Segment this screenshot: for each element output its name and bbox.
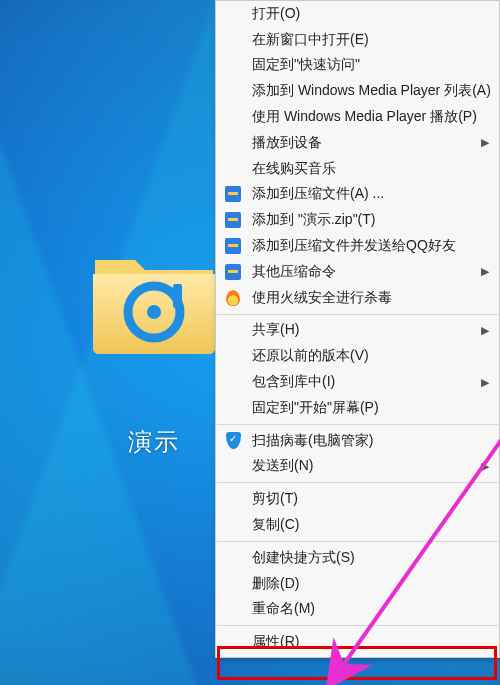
fire-icon [226,290,240,306]
menu-separator [217,424,498,425]
menu-item[interactable]: 添加到 "演示.zip"(T) [216,207,499,233]
menu-item-icon-slot [222,373,244,391]
menu-item[interactable]: 创建快捷方式(S) [216,545,499,571]
archive-icon [225,264,241,280]
menu-item-label: 使用 Windows Media Player 播放(P) [252,108,479,126]
menu-item-icon-slot [222,575,244,593]
menu-item[interactable]: 添加到 Windows Media Player 列表(A) [216,78,499,104]
menu-item-label: 还原以前的版本(V) [252,347,479,365]
menu-item-icon-slot [222,457,244,475]
menu-item-label: 播放到设备 [252,134,479,152]
menu-item-icon-slot [222,263,244,281]
shield-icon [226,432,241,449]
menu-item-icon-slot [222,108,244,126]
menu-item-icon-slot [222,134,244,152]
menu-item-label: 添加到 "演示.zip"(T) [252,211,479,229]
menu-item-icon-slot [222,31,244,49]
desktop-folder-label: 演示 [84,426,224,458]
menu-item[interactable]: 在线购买音乐 [216,156,499,182]
submenu-arrow-icon: ▶ [479,460,489,473]
menu-separator [217,314,498,315]
context-menu: 打开(O)在新窗口中打开(E)固定到"快速访问"添加到 Windows Medi… [215,0,500,658]
menu-item[interactable]: 复制(C) [216,512,499,538]
menu-item-icon-slot [222,5,244,23]
menu-item[interactable]: 扫描病毒(电脑管家) [216,428,499,454]
svg-point-1 [147,305,161,319]
menu-item-icon-slot [222,399,244,417]
menu-item[interactable]: 属性(R) [216,629,499,655]
menu-item-label: 固定到"开始"屏幕(P) [252,399,479,417]
music-folder-icon [91,246,217,356]
menu-separator [217,541,498,542]
menu-item-label: 其他压缩命令 [252,263,479,281]
submenu-arrow-icon: ▶ [479,324,489,337]
menu-item-label: 打开(O) [252,5,479,23]
menu-item-icon-slot [222,160,244,178]
menu-item-icon-slot [222,211,244,229]
menu-item-icon-slot [222,237,244,255]
menu-item-label: 使用火绒安全进行杀毒 [252,289,479,307]
menu-item-icon-slot [222,600,244,618]
menu-item-icon-slot [222,516,244,534]
menu-separator [217,625,498,626]
menu-item-label: 属性(R) [252,633,479,651]
menu-item-label: 包含到库中(I) [252,373,479,391]
menu-item-icon-slot [222,347,244,365]
menu-item[interactable]: 删除(D) [216,571,499,597]
menu-item[interactable]: 使用 Windows Media Player 播放(P) [216,104,499,130]
menu-item-label: 添加到压缩文件并发送给QQ好友 [252,237,479,255]
menu-item-label: 创建快捷方式(S) [252,549,479,567]
menu-item-label: 添加到压缩文件(A) ... [252,185,479,203]
archive-icon [225,212,241,228]
menu-item-label: 扫描病毒(电脑管家) [252,432,479,450]
menu-item-icon-slot [222,56,244,74]
menu-item-icon-slot [222,321,244,339]
menu-item-icon-slot [222,490,244,508]
menu-item-label: 复制(C) [252,516,479,534]
menu-item-icon-slot [222,82,244,100]
menu-item-icon-slot [222,432,244,450]
archive-icon [225,238,241,254]
menu-item-icon-slot [222,289,244,307]
menu-item[interactable]: 包含到库中(I)▶ [216,369,499,395]
menu-item[interactable]: 重命名(M) [216,597,499,623]
menu-item-label: 在新窗口中打开(E) [252,31,479,49]
menu-item[interactable]: 固定到"快速访问" [216,53,499,79]
menu-item-label: 在线购买音乐 [252,160,479,178]
menu-item-icon-slot [222,633,244,651]
desktop-folder[interactable]: 演示 [84,246,224,458]
menu-item[interactable]: 剪切(T) [216,486,499,512]
menu-item[interactable]: 发送到(N)▶ [216,454,499,480]
menu-item[interactable]: 共享(H)▶ [216,318,499,344]
archive-icon [225,186,241,202]
menu-item-label: 发送到(N) [252,457,479,475]
menu-item-icon-slot [222,549,244,567]
submenu-arrow-icon: ▶ [479,136,489,149]
menu-item[interactable]: 添加到压缩文件(A) ... [216,182,499,208]
menu-item-label: 剪切(T) [252,490,479,508]
menu-item[interactable]: 还原以前的版本(V) [216,343,499,369]
submenu-arrow-icon: ▶ [479,265,489,278]
submenu-arrow-icon: ▶ [479,376,489,389]
menu-item-label: 添加到 Windows Media Player 列表(A) [252,82,491,100]
svg-rect-2 [173,284,182,308]
menu-item-label: 共享(H) [252,321,479,339]
menu-item-label: 重命名(M) [252,600,479,618]
menu-item[interactable]: 固定到"开始"屏幕(P) [216,395,499,421]
menu-separator [217,482,498,483]
menu-item-icon-slot [222,185,244,203]
menu-item[interactable]: 播放到设备▶ [216,130,499,156]
menu-item[interactable]: 在新窗口中打开(E) [216,27,499,53]
menu-item-label: 删除(D) [252,575,479,593]
menu-item[interactable]: 打开(O) [216,1,499,27]
menu-item-label: 固定到"快速访问" [252,56,479,74]
menu-item[interactable]: 使用火绒安全进行杀毒 [216,285,499,311]
menu-item[interactable]: 其他压缩命令▶ [216,259,499,285]
menu-item[interactable]: 添加到压缩文件并发送给QQ好友 [216,233,499,259]
